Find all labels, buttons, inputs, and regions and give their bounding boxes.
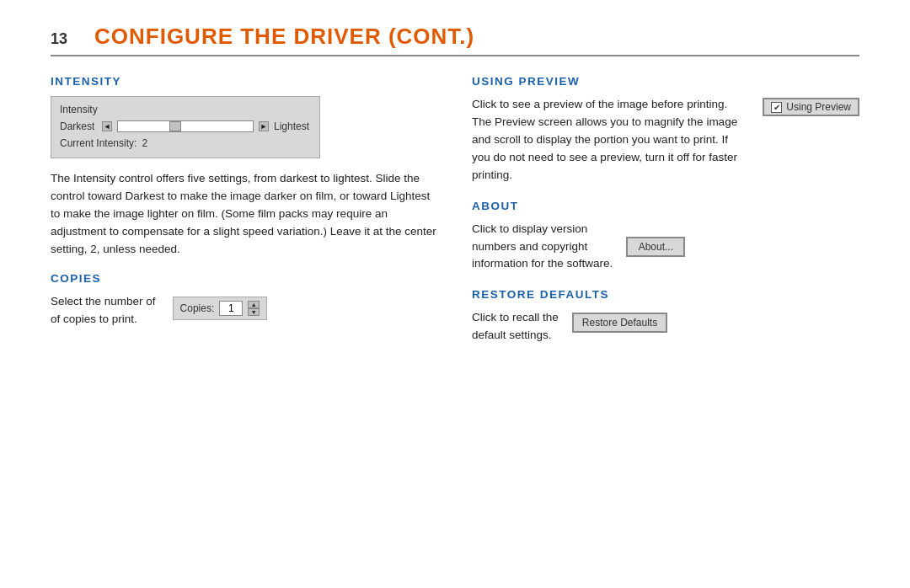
slider-arrow-left[interactable]: ◄ bbox=[102, 121, 112, 131]
intensity-heading: INTENSITY bbox=[51, 75, 438, 88]
copies-text-line2: of copies to print. bbox=[51, 313, 137, 325]
about-section: ABOUT Click to display version numbers a… bbox=[472, 200, 859, 274]
restore-body-line2: default settings. bbox=[472, 329, 552, 341]
copies-spin-up[interactable]: ▲ bbox=[248, 301, 260, 308]
content-area: INTENSITY Intensity Darkest ◄ ► bbox=[51, 75, 859, 345]
page-number: 13 bbox=[51, 30, 74, 48]
using-preview-heading: USING PREVIEW bbox=[472, 75, 859, 88]
current-intensity-label: Current Intensity: bbox=[60, 137, 136, 149]
left-column: INTENSITY Intensity Darkest ◄ ► bbox=[51, 75, 438, 345]
about-body-line2: numbers and copyright bbox=[472, 240, 587, 253]
about-body-line1: Click to display version bbox=[472, 222, 587, 235]
using-preview-section: USING PREVIEW Click to see a preview of … bbox=[472, 75, 859, 184]
page-title: CONFIGURE THE DRIVER (CONT.) bbox=[94, 24, 474, 50]
copies-spinner: ▲ ▼ bbox=[248, 301, 260, 316]
restore-inline: Click to recall the default settings. Re… bbox=[472, 309, 859, 345]
copies-widget-label: Copies: bbox=[180, 302, 215, 314]
using-preview-inline: Click to see a preview of the image befo… bbox=[472, 96, 859, 184]
intensity-section: INTENSITY Intensity Darkest ◄ ► bbox=[51, 75, 438, 259]
copies-section: COPIES Select the number of of copies to… bbox=[51, 272, 438, 329]
copies-text: Select the number of of copies to print. bbox=[51, 293, 156, 329]
slider-thumb[interactable] bbox=[169, 121, 181, 131]
copies-inline: Select the number of of copies to print.… bbox=[51, 293, 438, 329]
restore-defaults-heading: RESTORE DEFAULTS bbox=[472, 288, 859, 301]
using-preview-checkbox-label: Using Preview bbox=[786, 101, 851, 113]
intensity-current: Current Intensity: 2 bbox=[60, 137, 311, 149]
about-body: Click to display version numbers and cop… bbox=[472, 221, 613, 274]
copies-heading: COPIES bbox=[51, 272, 438, 285]
copies-spin-down[interactable]: ▼ bbox=[248, 308, 260, 316]
page-header: 13 CONFIGURE THE DRIVER (CONT.) bbox=[51, 24, 859, 56]
lightest-label: Lightest bbox=[274, 120, 311, 132]
checkmark-icon: ✔ bbox=[774, 103, 780, 112]
using-preview-body: Click to see a preview of the image befo… bbox=[472, 96, 749, 184]
restore-defaults-section: RESTORE DEFAULTS Click to recall the def… bbox=[472, 288, 859, 345]
intensity-box: Intensity Darkest ◄ ► Lightest bbox=[51, 96, 320, 158]
arrow-left-icon: ◄ bbox=[104, 122, 111, 131]
spin-up-icon: ▲ bbox=[251, 302, 257, 307]
restore-body: Click to recall the default settings. bbox=[472, 309, 559, 345]
about-body-line3: information for the software. bbox=[472, 257, 613, 270]
restore-body-line1: Click to recall the bbox=[472, 311, 559, 323]
intensity-slider-row: Darkest ◄ ► Lightest bbox=[60, 120, 311, 132]
darkest-label: Darkest bbox=[60, 120, 97, 132]
arrow-right-icon: ► bbox=[260, 122, 268, 131]
page: 13 CONFIGURE THE DRIVER (CONT.) INTENSIT… bbox=[0, 0, 910, 588]
using-preview-checkbox-widget[interactable]: ✔ Using Preview bbox=[763, 98, 859, 116]
right-column: USING PREVIEW Click to see a preview of … bbox=[472, 75, 859, 345]
intensity-slider-track[interactable] bbox=[117, 120, 254, 132]
spin-down-icon: ▼ bbox=[251, 309, 257, 315]
intensity-box-title: Intensity bbox=[60, 104, 311, 115]
using-preview-checkbox[interactable]: ✔ bbox=[771, 102, 782, 113]
about-button[interactable]: About... bbox=[626, 237, 685, 257]
copies-text-line1: Select the number of bbox=[51, 295, 156, 307]
intensity-body-text: The Intensity control offers five settin… bbox=[51, 170, 438, 259]
copies-widget: Copies: ▲ ▼ bbox=[173, 297, 268, 320]
about-heading: ABOUT bbox=[472, 200, 859, 212]
restore-defaults-button[interactable]: Restore Defaults bbox=[572, 313, 667, 333]
copies-input[interactable] bbox=[219, 301, 243, 316]
slider-arrow-right[interactable]: ► bbox=[259, 121, 269, 131]
current-intensity-value: 2 bbox=[142, 137, 147, 149]
about-inline: Click to display version numbers and cop… bbox=[472, 221, 859, 274]
